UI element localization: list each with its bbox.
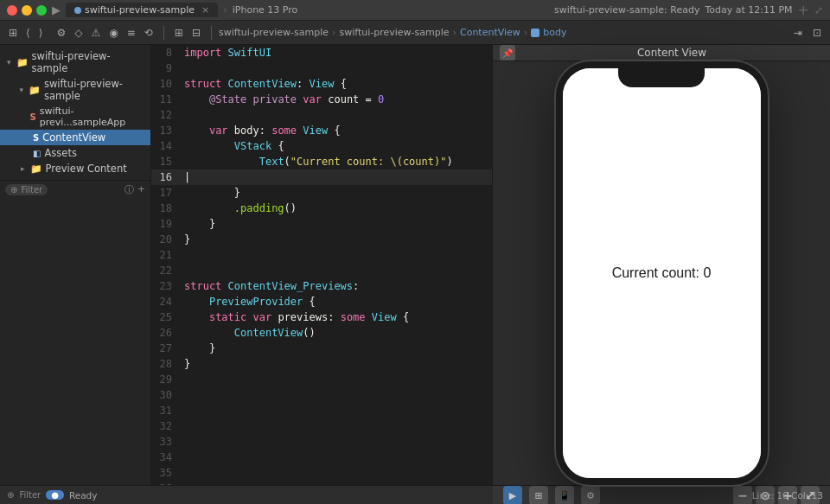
line-number: 11 bbox=[151, 92, 181, 107]
sidebar-bottom-icons: ⓘ + bbox=[124, 183, 145, 196]
grid-view-button[interactable]: ⊞ bbox=[171, 25, 187, 41]
filter-label: Filter bbox=[21, 185, 42, 195]
sidebar-item-preview[interactable]: ▸ 📁 Preview Content bbox=[0, 161, 150, 176]
close-button[interactable] bbox=[7, 5, 17, 16]
filter-icon: ⊕ bbox=[10, 185, 17, 195]
memory-button[interactable]: ◉ bbox=[105, 25, 121, 41]
code-content bbox=[181, 450, 492, 465]
code-line-36: 36 bbox=[151, 481, 492, 485]
code-content bbox=[181, 372, 492, 387]
thread-button[interactable]: ⟲ bbox=[141, 25, 156, 41]
code-line-27: 27 } bbox=[151, 341, 492, 356]
cpu-button[interactable]: ≡ bbox=[124, 25, 139, 41]
right-toolbar: ⇥ ⊡ bbox=[790, 25, 825, 41]
code-line-15: 15 Text("Current count: \(count)") bbox=[151, 154, 492, 169]
filter-bar[interactable]: ⊕ Filter bbox=[5, 184, 48, 195]
preview-folder-icon: 📁 bbox=[30, 163, 42, 175]
iphone-screen: Current count: 0 bbox=[563, 68, 761, 478]
sidebar-right-button[interactable]: ⊡ bbox=[809, 25, 825, 41]
breadcrumb-folder[interactable]: swiftui-preview-sample bbox=[339, 27, 449, 38]
preview-grid-button[interactable]: ⊞ bbox=[529, 486, 548, 504]
code-line-30: 30 bbox=[151, 387, 492, 403]
sidebar-folder-label: swiftui-preview-sample bbox=[44, 78, 144, 102]
line-number: 10 bbox=[151, 76, 181, 92]
sidebar-info-button[interactable]: ⓘ bbox=[124, 183, 134, 196]
warning-button[interactable]: ⚠ bbox=[87, 25, 104, 41]
code-line-22: 22 bbox=[151, 263, 492, 278]
breadcrumb-file[interactable]: ContentView bbox=[460, 27, 520, 38]
add-tab-button[interactable]: + bbox=[798, 2, 809, 18]
code-container: 8import SwiftUI910struct ContentView: Vi… bbox=[151, 45, 492, 485]
code-content bbox=[181, 465, 492, 481]
active-tab[interactable]: swiftui-preview-sample × bbox=[66, 3, 218, 17]
status-filter-icon[interactable]: ⊕ bbox=[7, 490, 14, 500]
tab-close-icon[interactable]: × bbox=[201, 4, 209, 16]
sidebar-item-appfile[interactable]: S swiftui-previ...sampleApp bbox=[0, 104, 150, 130]
sidebar-item-assets[interactable]: ◧ Assets bbox=[0, 145, 150, 161]
code-line-28: 28} bbox=[151, 356, 492, 372]
code-content: VStack { bbox=[181, 138, 492, 154]
code-line-24: 24 PreviewProvider { bbox=[151, 294, 492, 309]
fullscreen-button[interactable]: ⤢ bbox=[814, 4, 823, 16]
play-button[interactable]: ▶ bbox=[52, 3, 61, 16]
code-editor[interactable]: 8import SwiftUI910struct ContentView: Vi… bbox=[151, 45, 493, 485]
breadcrumb-project[interactable]: swiftui-preview-sample bbox=[219, 27, 329, 38]
code-line-16: 16 bbox=[151, 169, 492, 185]
code-content: struct ContentView: View { bbox=[181, 76, 492, 92]
preview-pin-button[interactable]: 📌 bbox=[500, 45, 515, 61]
sidebar-item-project[interactable]: ▾ 📁 swiftui-preview-sample bbox=[0, 48, 150, 76]
code-line-17: 17 } bbox=[151, 185, 492, 201]
line-number: 28 bbox=[151, 356, 181, 372]
code-content bbox=[181, 418, 492, 434]
code-line-18: 18 .padding() bbox=[151, 201, 492, 216]
code-line-29: 29 bbox=[151, 372, 492, 387]
code-content bbox=[181, 481, 492, 485]
line-number: 17 bbox=[151, 185, 181, 201]
title-bar: ▶ swiftui-preview-sample × › iPhone 13 P… bbox=[0, 0, 830, 21]
breadcrumb-sep1: › bbox=[223, 4, 227, 16]
preview-device-button[interactable]: 📱 bbox=[555, 486, 574, 504]
back-forward-button[interactable]: ⟨ bbox=[22, 25, 34, 41]
code-line-10: 10struct ContentView: View { bbox=[151, 76, 492, 92]
preview-title: Content View bbox=[520, 47, 823, 59]
preview-toolbar: 📌 Content View bbox=[493, 45, 830, 61]
split-view-button[interactable]: ⊟ bbox=[188, 25, 204, 41]
preview-settings-button[interactable]: ⚙ bbox=[581, 486, 600, 504]
show-hide-panel-button[interactable]: ⊞ bbox=[5, 25, 21, 41]
code-line-32: 32 bbox=[151, 418, 492, 434]
code-content: var body: some View { bbox=[181, 123, 492, 138]
main-layout: ▾ 📁 swiftui-preview-sample ▾ 📁 swiftui-p… bbox=[0, 45, 830, 485]
breadcrumb: swiftui-preview-sample › swiftui-preview… bbox=[219, 27, 787, 38]
inspector-button[interactable]: ⇥ bbox=[790, 25, 806, 41]
preview-play-button[interactable]: ▶ bbox=[503, 486, 522, 504]
maximize-button[interactable] bbox=[36, 5, 47, 16]
device-label: iPhone 13 Pro bbox=[233, 4, 298, 16]
line-number: 15 bbox=[151, 154, 181, 169]
zoom-out-button[interactable]: − bbox=[733, 486, 752, 504]
code-content: @State private var count = 0 bbox=[181, 92, 492, 107]
forward-button[interactable]: ⟩ bbox=[35, 25, 47, 41]
debug-button[interactable]: ⚙ bbox=[53, 25, 69, 41]
sidebar-item-folder[interactable]: ▾ 📁 swiftui-preview-sample bbox=[0, 76, 150, 104]
code-content bbox=[181, 169, 492, 185]
sidebar-contentview-label: ContentView bbox=[42, 131, 105, 144]
minimize-button[interactable] bbox=[22, 5, 32, 16]
code-content bbox=[181, 403, 492, 418]
swift-file-icon: S bbox=[29, 112, 35, 122]
sidebar-add-button[interactable]: + bbox=[137, 183, 145, 196]
toolbar-sep2 bbox=[211, 26, 212, 40]
sidebar-item-contentview[interactable]: S ContentView bbox=[0, 130, 150, 145]
line-number: 23 bbox=[151, 278, 181, 294]
code-line-21: 21 bbox=[151, 247, 492, 263]
preview-panel: 📌 Content View Current count: 0 ▶ ⊞ 📱 ⚙ … bbox=[493, 45, 830, 485]
breadcrumb-symbol[interactable]: body bbox=[543, 27, 566, 38]
code-line-12: 12 bbox=[151, 107, 492, 123]
breakpoint-button[interactable]: ◇ bbox=[71, 25, 86, 41]
iphone-notch bbox=[618, 68, 705, 87]
chevron-icon3: ▸ bbox=[21, 164, 25, 173]
line-number: 31 bbox=[151, 403, 181, 418]
sidebar-preview-label: Preview Content bbox=[46, 163, 127, 175]
assets-icon: ◧ bbox=[33, 149, 41, 158]
body-icon bbox=[531, 29, 540, 37]
code-content bbox=[181, 434, 492, 450]
